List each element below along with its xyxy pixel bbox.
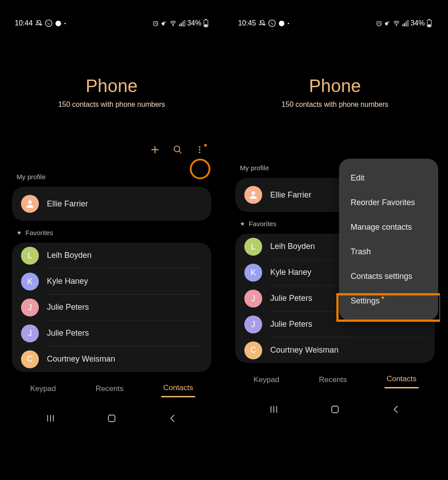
svg-rect-16 — [109, 415, 115, 422]
nav-back-button[interactable] — [391, 404, 401, 414]
tab-contacts[interactable]: Contacts — [161, 380, 195, 397]
app-title: Phone — [7, 76, 217, 96]
battery-percent: 34% — [410, 19, 425, 27]
tutorial-highlight-circle — [190, 159, 210, 179]
nav-recent-button[interactable] — [46, 413, 55, 423]
alarm-icon — [376, 20, 382, 27]
svg-point-20 — [396, 25, 397, 25]
contact-avatar: C — [244, 341, 262, 359]
svg-rect-10 — [205, 25, 207, 27]
svg-rect-9 — [205, 19, 207, 20]
tab-keypad[interactable]: Keypad — [251, 372, 281, 388]
search-button[interactable] — [173, 145, 183, 155]
phone-screen-left: 10:44 • — [7, 16, 217, 463]
contact-avatar: J — [244, 290, 262, 307]
phone-screen-right: 10:45 • — [230, 16, 440, 463]
bottom-tabs: Keypad Recents Contacts — [7, 380, 217, 397]
app-header: Phone 150 contacts with phone numbers — [7, 76, 217, 109]
more-options-button[interactable] — [195, 145, 204, 155]
toolbar — [7, 144, 217, 155]
mute-icon — [161, 20, 167, 27]
status-bar: 10:44 • — [7, 16, 217, 29]
svg-rect-22 — [404, 23, 405, 26]
contact-name: Leih Boyden — [47, 243, 202, 269]
wifi-icon — [393, 20, 400, 27]
battery-percent: 34% — [187, 19, 201, 27]
profile-card: Ellie Farrier — [12, 187, 211, 221]
whatsapp-icon — [268, 20, 276, 27]
tab-recents[interactable]: Recents — [94, 381, 125, 397]
dot-icon: • — [64, 21, 66, 26]
contact-avatar: L — [244, 238, 262, 256]
tab-contacts[interactable]: Contacts — [385, 371, 418, 388]
svg-point-15 — [28, 200, 32, 204]
tab-keypad[interactable]: Keypad — [28, 381, 58, 397]
whatsapp-icon — [45, 20, 52, 27]
svg-point-12 — [199, 147, 200, 148]
chat-icon — [55, 20, 62, 27]
notification-dot — [381, 296, 384, 299]
svg-point-3 — [173, 25, 173, 25]
notification-dot — [204, 144, 207, 147]
dot-icon: • — [288, 21, 289, 26]
contact-name: Kyle Haney — [47, 269, 202, 295]
svg-rect-4 — [179, 24, 180, 26]
star-icon: ★ — [17, 229, 22, 236]
favorite-row[interactable]: K Kyle Haney — [12, 269, 211, 295]
tab-recents[interactable]: Recents — [317, 372, 348, 388]
alarm-icon — [152, 20, 159, 27]
profile-name: Ellie Farrier — [270, 190, 311, 200]
favorite-row[interactable]: L Leih Boyden — [12, 243, 211, 269]
app-title: Phone — [230, 76, 440, 96]
svg-point-18 — [279, 21, 285, 26]
status-bar: 10:45 • — [230, 16, 440, 29]
menu-item-contacts-settings[interactable]: Contacts settings — [339, 264, 438, 289]
svg-rect-7 — [184, 20, 185, 26]
bottom-tabs: Keypad Recents Contacts — [230, 371, 440, 388]
menu-item-settings[interactable]: Settings — [339, 289, 438, 313]
svg-point-13 — [199, 149, 200, 150]
battery-icon — [427, 19, 432, 27]
contact-name: Julie Peters — [47, 295, 202, 320]
profile-name: Ellie Farrier — [47, 199, 88, 209]
clock-text: 10:44 — [15, 19, 33, 27]
clock-text: 10:45 — [238, 19, 256, 27]
profile-avatar — [21, 195, 39, 213]
signal-icon — [179, 20, 185, 27]
add-contact-button[interactable] — [150, 144, 160, 155]
nav-recent-button[interactable] — [269, 404, 279, 414]
profile-row[interactable]: Ellie Farrier — [12, 187, 211, 221]
nav-back-button[interactable] — [168, 413, 178, 423]
nav-home-button[interactable] — [330, 404, 340, 414]
favorites-list: L Leih Boyden K Kyle Haney J Julie Peter… — [12, 243, 211, 372]
contact-avatar: J — [244, 316, 262, 333]
navigation-bar — [7, 410, 217, 427]
svg-rect-29 — [332, 406, 339, 413]
svg-rect-24 — [407, 20, 408, 26]
nav-home-button[interactable] — [107, 413, 117, 423]
svg-rect-23 — [406, 21, 406, 26]
menu-item-reorder-favorites[interactable]: Reorder Favorites — [339, 190, 438, 215]
contact-name: Courtney Weisman — [47, 346, 202, 372]
svg-point-14 — [199, 152, 200, 153]
favorite-row[interactable]: C Courtney Weisman — [12, 346, 211, 372]
favorite-row[interactable]: C Courtney Weisman — [235, 337, 435, 363]
navigation-bar — [230, 401, 440, 418]
favorite-row[interactable]: J Julie Peters — [12, 320, 211, 346]
favorite-row[interactable]: J Julie Peters — [12, 295, 211, 320]
contacts-count: 150 contacts with phone numbers — [230, 101, 440, 109]
battery-icon — [203, 19, 209, 27]
contact-name: Julie Peters — [47, 320, 202, 346]
svg-rect-27 — [428, 25, 431, 27]
svg-point-1 — [55, 21, 61, 26]
mute-icon — [384, 20, 391, 27]
signal-icon — [402, 20, 409, 27]
favorites-label: ★ Favorites — [7, 221, 217, 239]
contact-avatar: K — [21, 273, 39, 291]
svg-point-28 — [251, 191, 255, 195]
svg-point-0 — [46, 20, 52, 27]
menu-item-edit[interactable]: Edit — [339, 166, 438, 190]
menu-item-manage-contacts[interactable]: Manage contacts — [339, 215, 438, 240]
menu-item-trash[interactable]: Trash — [339, 240, 438, 264]
contact-avatar: K — [244, 264, 262, 282]
